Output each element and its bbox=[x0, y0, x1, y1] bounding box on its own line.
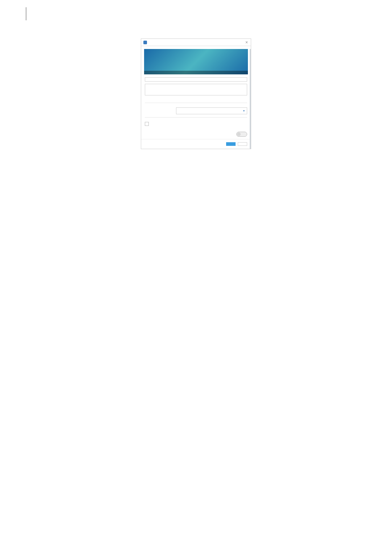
samsung-recovery-dialog: × ▾ bbox=[141, 38, 251, 149]
drive-select[interactable]: ▾ bbox=[176, 107, 247, 114]
boot-disk-checkbox[interactable] bbox=[145, 122, 149, 126]
scrollbar[interactable] bbox=[250, 49, 251, 149]
cancel-button[interactable] bbox=[238, 142, 247, 146]
breadcrumb-divider bbox=[25, 7, 27, 20]
breadcrumb bbox=[25, 7, 367, 20]
app-icon bbox=[143, 41, 147, 44]
drive-section-label bbox=[141, 104, 251, 107]
close-icon[interactable]: × bbox=[245, 40, 249, 45]
backup-desc-input[interactable] bbox=[145, 84, 247, 95]
backup-name-input[interactable] bbox=[145, 77, 247, 82]
wallpaper-preview bbox=[144, 49, 248, 74]
chevron-down-icon: ▾ bbox=[243, 109, 245, 112]
windows-diag-toggle[interactable] bbox=[236, 132, 247, 137]
backup-button[interactable] bbox=[226, 142, 236, 146]
